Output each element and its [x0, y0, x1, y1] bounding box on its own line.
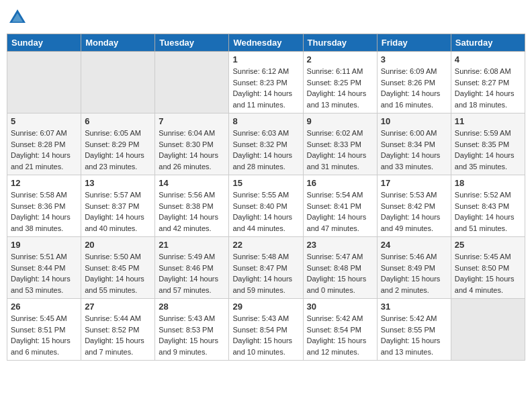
day-number: 2	[307, 54, 373, 64]
day-number: 11	[455, 116, 521, 126]
calendar-cell: 25Sunrise: 5:45 AMSunset: 8:50 PMDayligh…	[451, 237, 525, 299]
calendar-cell: 14Sunrise: 5:56 AMSunset: 8:38 PMDayligh…	[155, 175, 229, 237]
logo	[7, 7, 31, 28]
calendar-cell: 23Sunrise: 5:47 AMSunset: 8:48 PMDayligh…	[303, 237, 377, 299]
day-info: Sunrise: 5:51 AMSunset: 8:44 PMDaylight:…	[11, 251, 77, 295]
day-info: Sunrise: 6:11 AMSunset: 8:25 PMDaylight:…	[307, 66, 373, 110]
day-info: Sunrise: 5:49 AMSunset: 8:46 PMDaylight:…	[159, 251, 225, 295]
weekday-header-saturday: Saturday	[451, 34, 525, 52]
weekday-header-monday: Monday	[81, 34, 155, 52]
day-info: Sunrise: 5:46 AMSunset: 8:49 PMDaylight:…	[381, 251, 447, 295]
calendar-cell: 3Sunrise: 6:09 AMSunset: 8:26 PMDaylight…	[377, 52, 451, 113]
day-info: Sunrise: 5:43 AMSunset: 8:53 PMDaylight:…	[159, 313, 225, 357]
day-info: Sunrise: 6:04 AMSunset: 8:30 PMDaylight:…	[159, 128, 225, 172]
day-number: 25	[455, 240, 521, 250]
day-number: 16	[307, 178, 373, 188]
calendar-cell: 30Sunrise: 5:42 AMSunset: 8:54 PMDayligh…	[303, 299, 377, 361]
day-number: 26	[11, 302, 77, 312]
calendar-cell: 13Sunrise: 5:57 AMSunset: 8:37 PMDayligh…	[81, 175, 155, 237]
day-number: 31	[381, 302, 447, 312]
calendar-cell: 12Sunrise: 5:58 AMSunset: 8:36 PMDayligh…	[7, 175, 81, 237]
day-number: 6	[85, 116, 151, 126]
day-info: Sunrise: 5:52 AMSunset: 8:43 PMDaylight:…	[455, 189, 521, 234]
day-info: Sunrise: 6:08 AMSunset: 8:27 PMDaylight:…	[455, 66, 521, 110]
day-info: Sunrise: 5:57 AMSunset: 8:37 PMDaylight:…	[85, 189, 151, 234]
day-number: 4	[455, 54, 521, 64]
page-header	[7, 7, 525, 28]
weekday-header-wednesday: Wednesday	[229, 34, 303, 52]
day-info: Sunrise: 5:42 AMSunset: 8:55 PMDaylight:…	[381, 313, 447, 357]
calendar-cell: 4Sunrise: 6:08 AMSunset: 8:27 PMDaylight…	[451, 52, 525, 113]
day-info: Sunrise: 6:02 AMSunset: 8:33 PMDaylight:…	[307, 128, 373, 172]
day-number: 13	[85, 178, 151, 188]
day-info: Sunrise: 5:48 AMSunset: 8:47 PMDaylight:…	[232, 251, 299, 295]
calendar-cell: 9Sunrise: 6:02 AMSunset: 8:33 PMDaylight…	[303, 113, 377, 175]
calendar-week-row: 26Sunrise: 5:45 AMSunset: 8:51 PMDayligh…	[7, 299, 525, 361]
day-info: Sunrise: 5:54 AMSunset: 8:41 PMDaylight:…	[307, 189, 373, 234]
day-number: 1	[232, 54, 299, 64]
day-info: Sunrise: 6:05 AMSunset: 8:29 PMDaylight:…	[85, 128, 151, 172]
calendar-cell: 17Sunrise: 5:53 AMSunset: 8:42 PMDayligh…	[377, 175, 451, 237]
calendar-cell: 2Sunrise: 6:11 AMSunset: 8:25 PMDaylight…	[303, 52, 377, 113]
day-number: 14	[159, 178, 225, 188]
day-info: Sunrise: 5:44 AMSunset: 8:52 PMDaylight:…	[85, 313, 151, 357]
calendar-cell	[451, 299, 525, 361]
calendar-cell: 24Sunrise: 5:46 AMSunset: 8:49 PMDayligh…	[377, 237, 451, 299]
day-number: 17	[381, 178, 447, 188]
calendar-cell: 8Sunrise: 6:03 AMSunset: 8:32 PMDaylight…	[229, 113, 303, 175]
day-number: 18	[455, 178, 521, 188]
calendar-cell: 31Sunrise: 5:42 AMSunset: 8:55 PMDayligh…	[377, 299, 451, 361]
calendar-header-row: SundayMondayTuesdayWednesdayThursdayFrid…	[7, 34, 525, 52]
day-info: Sunrise: 5:58 AMSunset: 8:36 PMDaylight:…	[11, 189, 77, 234]
calendar-cell: 5Sunrise: 6:07 AMSunset: 8:28 PMDaylight…	[7, 113, 81, 175]
calendar-cell	[7, 52, 81, 113]
day-number: 28	[159, 302, 225, 312]
calendar-cell: 22Sunrise: 5:48 AMSunset: 8:47 PMDayligh…	[229, 237, 303, 299]
calendar-cell: 27Sunrise: 5:44 AMSunset: 8:52 PMDayligh…	[81, 299, 155, 361]
calendar-cell: 7Sunrise: 6:04 AMSunset: 8:30 PMDaylight…	[155, 113, 229, 175]
logo-icon	[7, 7, 28, 28]
day-number: 21	[159, 240, 225, 250]
calendar-cell: 19Sunrise: 5:51 AMSunset: 8:44 PMDayligh…	[7, 237, 81, 299]
day-number: 9	[307, 116, 373, 126]
day-number: 27	[85, 302, 151, 312]
calendar-cell: 28Sunrise: 5:43 AMSunset: 8:53 PMDayligh…	[155, 299, 229, 361]
day-info: Sunrise: 5:43 AMSunset: 8:54 PMDaylight:…	[232, 313, 299, 357]
day-number: 29	[232, 302, 299, 312]
weekday-header-thursday: Thursday	[303, 34, 377, 52]
day-info: Sunrise: 5:45 AMSunset: 8:50 PMDaylight:…	[455, 251, 521, 295]
calendar-cell: 16Sunrise: 5:54 AMSunset: 8:41 PMDayligh…	[303, 175, 377, 237]
calendar-cell: 6Sunrise: 6:05 AMSunset: 8:29 PMDaylight…	[81, 113, 155, 175]
day-info: Sunrise: 5:59 AMSunset: 8:35 PMDaylight:…	[455, 128, 521, 172]
day-number: 8	[232, 116, 299, 126]
calendar-cell: 10Sunrise: 6:00 AMSunset: 8:34 PMDayligh…	[377, 113, 451, 175]
weekday-header-friday: Friday	[377, 34, 451, 52]
day-number: 30	[307, 302, 373, 312]
calendar-cell: 18Sunrise: 5:52 AMSunset: 8:43 PMDayligh…	[451, 175, 525, 237]
calendar-cell: 29Sunrise: 5:43 AMSunset: 8:54 PMDayligh…	[229, 299, 303, 361]
day-info: Sunrise: 6:00 AMSunset: 8:34 PMDaylight:…	[381, 128, 447, 172]
calendar-cell	[155, 52, 229, 113]
day-info: Sunrise: 5:55 AMSunset: 8:40 PMDaylight:…	[232, 189, 299, 234]
day-number: 24	[381, 240, 447, 250]
day-info: Sunrise: 5:42 AMSunset: 8:54 PMDaylight:…	[307, 313, 373, 357]
day-info: Sunrise: 5:45 AMSunset: 8:51 PMDaylight:…	[11, 313, 77, 357]
calendar-week-row: 1Sunrise: 6:12 AMSunset: 8:23 PMDaylight…	[7, 52, 525, 113]
calendar-cell: 11Sunrise: 5:59 AMSunset: 8:35 PMDayligh…	[451, 113, 525, 175]
calendar-week-row: 12Sunrise: 5:58 AMSunset: 8:36 PMDayligh…	[7, 175, 525, 237]
calendar-cell: 1Sunrise: 6:12 AMSunset: 8:23 PMDaylight…	[229, 52, 303, 113]
day-number: 12	[11, 178, 77, 188]
calendar-cell: 15Sunrise: 5:55 AMSunset: 8:40 PMDayligh…	[229, 175, 303, 237]
weekday-header-tuesday: Tuesday	[155, 34, 229, 52]
day-info: Sunrise: 5:53 AMSunset: 8:42 PMDaylight:…	[381, 189, 447, 234]
weekday-header-sunday: Sunday	[7, 34, 81, 52]
day-info: Sunrise: 6:12 AMSunset: 8:23 PMDaylight:…	[232, 66, 299, 110]
day-number: 15	[232, 178, 299, 188]
calendar-week-row: 19Sunrise: 5:51 AMSunset: 8:44 PMDayligh…	[7, 237, 525, 299]
calendar-table: SundayMondayTuesdayWednesdayThursdayFrid…	[7, 34, 525, 361]
day-number: 22	[232, 240, 299, 250]
day-info: Sunrise: 6:07 AMSunset: 8:28 PMDaylight:…	[11, 128, 77, 172]
calendar-cell: 26Sunrise: 5:45 AMSunset: 8:51 PMDayligh…	[7, 299, 81, 361]
day-number: 10	[381, 116, 447, 126]
day-info: Sunrise: 5:50 AMSunset: 8:45 PMDaylight:…	[85, 251, 151, 295]
